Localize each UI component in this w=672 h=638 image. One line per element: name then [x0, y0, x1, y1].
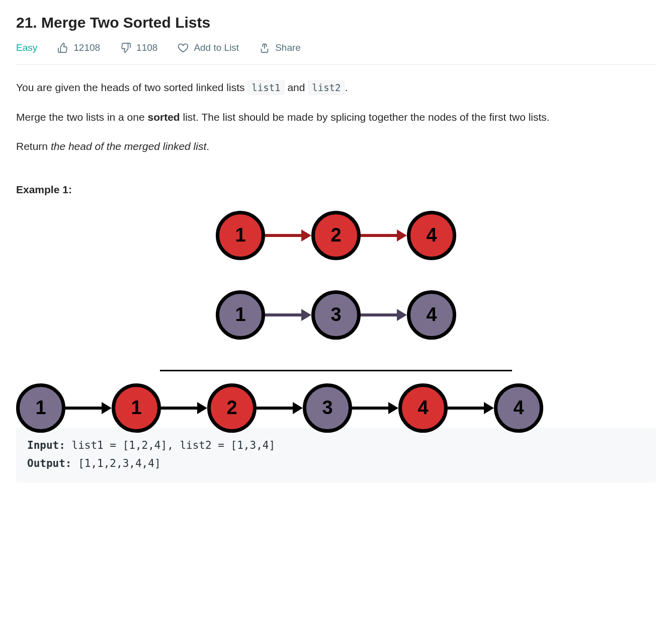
ll-node: 4 [494, 383, 543, 433]
ll-node: 3 [303, 383, 352, 433]
meta-row: Easy 12108 1108 Add to List Share [16, 42, 656, 65]
thumbs-down-icon [120, 42, 131, 53]
ll-node: 2 [207, 383, 257, 433]
example-io: Input: list1 = [1,2,4], list2 = [1,3,4] … [16, 428, 656, 483]
code-list1: list1 [247, 81, 284, 95]
difficulty-badge: Easy [16, 42, 37, 53]
ll-node: 4 [398, 383, 448, 433]
arrow-icon [352, 407, 398, 410]
diagram-merged: 112344 [16, 383, 656, 433]
ll-node: 4 [407, 211, 456, 260]
share-label: Share [275, 42, 301, 53]
ll-node: 2 [311, 211, 361, 260]
arrow-icon [161, 407, 207, 410]
desc-p1: You are given the heads of two sorted li… [16, 79, 656, 97]
ll-node: 1 [216, 290, 265, 340]
likes-count: 12108 [73, 42, 100, 53]
ll-node: 4 [407, 290, 456, 340]
arrow-icon [265, 313, 311, 316]
problem-title: 21. Merge Two Sorted Lists [16, 14, 656, 31]
arrow-icon [361, 313, 407, 316]
dislikes-button[interactable]: 1108 [120, 42, 157, 53]
ll-node: 1 [16, 383, 65, 433]
share-button[interactable]: Share [259, 42, 301, 53]
diagram-list2: 134 [16, 290, 656, 340]
heart-icon [178, 42, 189, 53]
ll-node: 1 [112, 383, 161, 433]
arrow-icon [448, 407, 494, 410]
diagram-list1: 124 [16, 211, 656, 260]
add-to-list-button[interactable]: Add to List [178, 42, 239, 53]
diagram-divider [160, 370, 512, 371]
ll-node: 3 [311, 290, 361, 340]
example-diagram: 124 134 112344 [16, 211, 656, 433]
add-to-list-label: Add to List [194, 42, 239, 53]
share-icon [259, 42, 270, 53]
arrow-icon [257, 407, 303, 410]
arrow-icon [361, 234, 407, 237]
problem-description: You are given the heads of two sorted li… [16, 79, 656, 155]
dislikes-count: 1108 [136, 42, 157, 53]
example-output: Output: [1,1,2,3,4,4] [27, 455, 645, 473]
arrow-icon [265, 234, 311, 237]
likes-button[interactable]: 12108 [57, 42, 100, 53]
example-input: Input: list1 = [1,2,4], list2 = [1,3,4] [27, 437, 645, 455]
ll-node: 1 [216, 211, 265, 260]
thumbs-up-icon [57, 42, 68, 53]
desc-p2: Merge the two lists in a one sorted list… [16, 109, 656, 126]
example-label: Example 1: [16, 184, 656, 196]
desc-p3: Return the head of the merged linked lis… [16, 138, 656, 155]
arrow-icon [65, 407, 112, 410]
code-list2: list2 [308, 81, 345, 95]
